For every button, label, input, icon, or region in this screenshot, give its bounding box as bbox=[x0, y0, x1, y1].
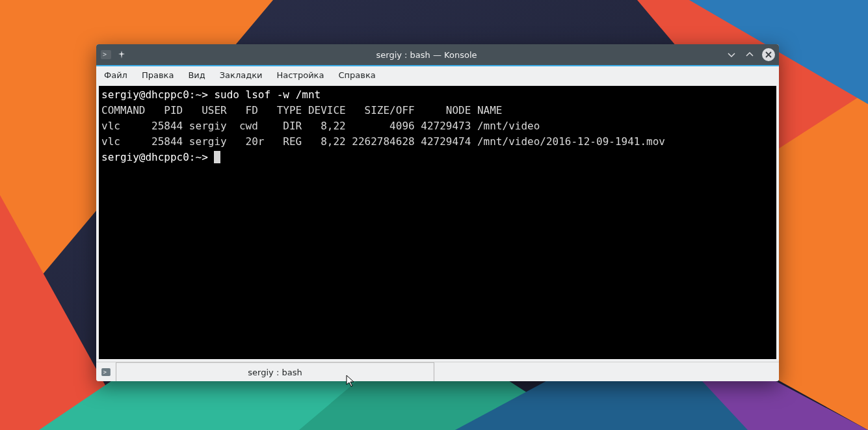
pin-icon[interactable] bbox=[116, 49, 127, 60]
terminal-prompt: sergiy@dhcppc0:~> bbox=[101, 88, 208, 101]
terminal-line: vlc 25844 sergiy cwd DIR 8,22 4096 42729… bbox=[101, 120, 540, 132]
svg-text:>: > bbox=[103, 51, 107, 58]
terminal-line: COMMAND PID USER FD TYPE DEVICE SIZE/OFF… bbox=[101, 104, 503, 116]
terminal-line: vlc 25844 sergiy 20r REG 8,22 2262784628… bbox=[101, 135, 665, 148]
menu-help[interactable]: Справка bbox=[335, 69, 378, 81]
konsole-window: > sergiy : bash — Konsole Файл Правка Ви… bbox=[96, 44, 779, 381]
menu-edit[interactable]: Правка bbox=[139, 69, 176, 81]
terminal-prompt: sergiy@dhcppc0:~> bbox=[101, 151, 208, 163]
terminal-output[interactable]: sergiy@dhcppc0:~> sudo lsof -w /mnt COMM… bbox=[99, 86, 776, 359]
terminal-cursor bbox=[214, 151, 220, 163]
new-tab-button[interactable]: > bbox=[96, 362, 116, 381]
tab-bar: > sergiy : bash bbox=[96, 362, 779, 381]
terminal-command: sudo lsof -w /mnt bbox=[214, 88, 321, 101]
mouse-cursor-icon bbox=[346, 375, 356, 388]
maximize-button[interactable] bbox=[744, 49, 756, 60]
terminal-container: sergiy@dhcppc0:~> sudo lsof -w /mnt COMM… bbox=[96, 83, 779, 362]
menu-bar: Файл Правка Вид Закладки Настройка Справ… bbox=[96, 65, 779, 83]
menu-view[interactable]: Вид bbox=[185, 69, 207, 81]
menu-bookmarks[interactable]: Закладки bbox=[217, 69, 265, 81]
window-title: sergiy : bash — Konsole bbox=[127, 50, 726, 60]
menu-file[interactable]: Файл bbox=[101, 69, 130, 81]
close-button[interactable] bbox=[762, 48, 775, 61]
window-titlebar[interactable]: > sergiy : bash — Konsole bbox=[96, 44, 779, 65]
terminal-icon: > bbox=[100, 49, 112, 60]
svg-text:>: > bbox=[103, 368, 107, 375]
terminal-tab[interactable]: sergiy : bash bbox=[116, 362, 434, 381]
menu-settings[interactable]: Настройка bbox=[274, 69, 326, 81]
minimize-button[interactable] bbox=[726, 49, 737, 60]
tab-label: sergiy : bash bbox=[248, 368, 302, 377]
